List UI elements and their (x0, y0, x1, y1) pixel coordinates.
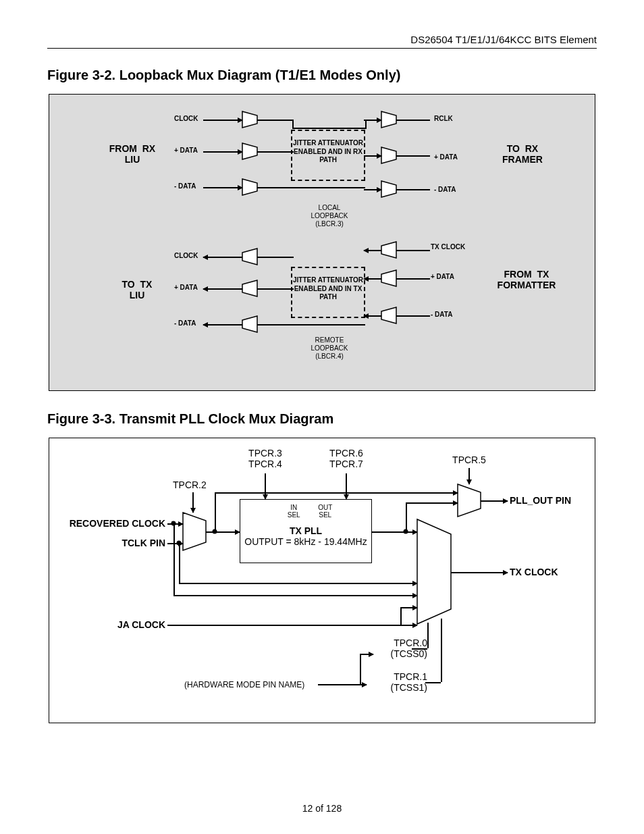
remote-loopback-label: REMOTE LOOPBACK (LBCR.4) (299, 336, 360, 361)
rx-out-ndata: - DATA (434, 186, 456, 193)
tx-pll-title: TX PLL (240, 525, 371, 536)
tx-ndata-label: - DATA (174, 319, 196, 327)
svg-marker-8 (242, 316, 257, 332)
recovered-clock-label: RECOVERED CLOCK (57, 518, 165, 529)
svg-marker-5 (381, 181, 396, 197)
ja-clock-label: JA CLOCK (57, 619, 165, 630)
arrow-icon (346, 473, 347, 499)
tpcr5-label: TPCR.5 (442, 454, 496, 465)
from-tx-formatter-label: FROM TX FORMATTER (483, 269, 570, 290)
pll-out-pin-label: PLL_OUT PIN (510, 495, 571, 506)
mux-pllout-select (458, 484, 481, 519)
in-sel-label: IN SEL (288, 504, 300, 519)
tx-clock-label: CLOCK (174, 252, 198, 259)
tx-pll-box: IN SEL OUT SEL TX PLL OUTPUT = 8kHz - 19… (240, 499, 372, 563)
mux-icon (381, 270, 396, 286)
mux-icon (381, 181, 396, 197)
svg-marker-7 (242, 280, 257, 296)
page-footer: 12 of 128 (0, 803, 644, 814)
tx-out-pdata: + DATA (431, 273, 454, 280)
tpcr67-label: TPCR.6 TPCR.7 (319, 448, 373, 469)
tpcr2-label: TPCR.2 (173, 479, 207, 490)
mux-icon (242, 179, 257, 195)
figure-3-3-title: Figure 3-3. Transmit PLL Clock Mux Diagr… (47, 411, 597, 427)
tpcr34-label: TPCR.3 TPCR.4 (238, 448, 292, 469)
svg-marker-1 (242, 143, 257, 159)
jitter-attenuator-tx: JITTER ATTENUATOR ENABLED AND IN TX PATH (291, 267, 365, 318)
svg-marker-13 (458, 484, 481, 517)
mux-icon (242, 280, 257, 296)
figure-3-2-title: Figure 3-2. Loopback Mux Diagram (T1/E1 … (47, 68, 597, 83)
mux-txclock-select (417, 519, 451, 627)
svg-marker-0 (242, 111, 257, 128)
rx-ndata-label: - DATA (174, 182, 196, 190)
arrow-icon (468, 468, 470, 484)
hardware-mode-note: (HARDWARE MODE PIN NAME) (184, 680, 304, 689)
tx-out-ndata: - DATA (431, 311, 452, 318)
tx-clock-out: TX CLOCK (431, 243, 465, 251)
mux-icon (242, 249, 257, 265)
mux-icon (381, 242, 396, 258)
svg-marker-12 (183, 513, 206, 550)
mux-input-select (183, 513, 206, 553)
to-rx-framer-label: TO RX FRAMER (485, 143, 560, 165)
rclk-label: RCLK (434, 115, 453, 122)
svg-marker-3 (381, 111, 396, 128)
to-tx-liu-label: TO TX LIU (103, 279, 171, 301)
svg-marker-9 (381, 242, 396, 258)
out-sel-label: OUT SEL (318, 504, 332, 519)
mux-icon (242, 143, 257, 159)
svg-marker-11 (381, 307, 396, 323)
svg-marker-2 (242, 179, 257, 195)
mux-icon (381, 147, 396, 163)
page-header: DS26504 T1/E1/J1/64KCC BITS Element (47, 34, 597, 49)
svg-marker-6 (242, 249, 257, 265)
local-loopback-label: LOCAL LOOPBACK (LBCR.3) (299, 204, 360, 228)
rx-out-pdata: + DATA (434, 153, 458, 161)
loopback-mux-diagram: FROM RX LIU TO RX FRAMER TO TX LIU FROM … (49, 94, 595, 391)
tpcr0-label: TPCR.0 (TCSS0) (380, 637, 427, 659)
tx-clock-label: TX CLOCK (510, 567, 558, 577)
svg-marker-4 (381, 147, 396, 163)
svg-marker-10 (381, 270, 396, 286)
rx-pdata-label: + DATA (174, 147, 198, 154)
transmit-pll-clock-mux-diagram: RECOVERED CLOCK TCLK PIN JA CLOCK TPCR.2… (49, 438, 595, 723)
rx-clock-label: CLOCK (174, 115, 198, 122)
arrow-icon (265, 473, 266, 499)
arrow-icon (192, 492, 194, 513)
tclk-pin-label: TCLK PIN (57, 538, 165, 548)
mux-icon (242, 111, 257, 128)
from-rx-liu-label: FROM RX LIU (95, 143, 169, 165)
svg-marker-14 (417, 519, 451, 624)
tx-pll-sub: OUTPUT = 8kHz - 19.44MHz (240, 536, 371, 547)
mux-icon (381, 307, 396, 323)
jitter-attenuator-rx: JITTER ATTENUATOR ENABLED AND IN RX PATH (291, 130, 365, 181)
tx-pdata-label: + DATA (174, 284, 198, 291)
tpcr1-label: TPCR.1 (TCSS1) (380, 671, 427, 693)
mux-icon (381, 111, 396, 128)
mux-icon (242, 316, 257, 332)
